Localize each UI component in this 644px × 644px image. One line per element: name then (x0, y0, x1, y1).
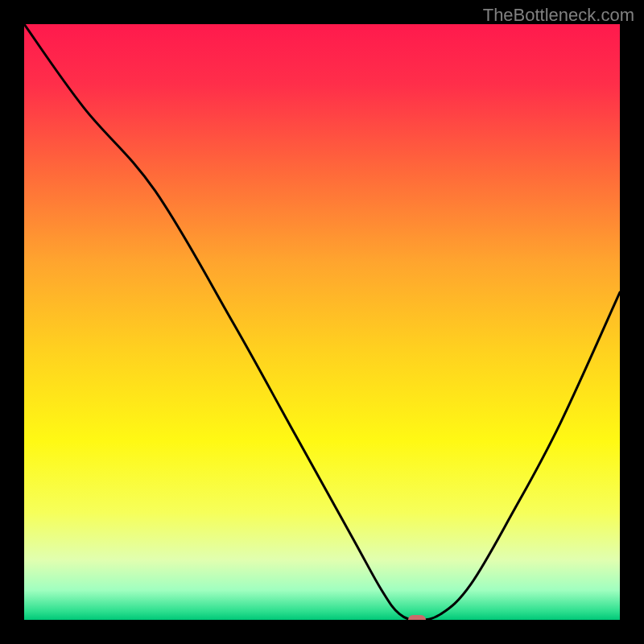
bottleneck-curve (24, 24, 620, 620)
plot-area (24, 24, 620, 620)
watermark-text: TheBottleneck.com (483, 5, 634, 26)
optimal-marker (408, 615, 426, 620)
